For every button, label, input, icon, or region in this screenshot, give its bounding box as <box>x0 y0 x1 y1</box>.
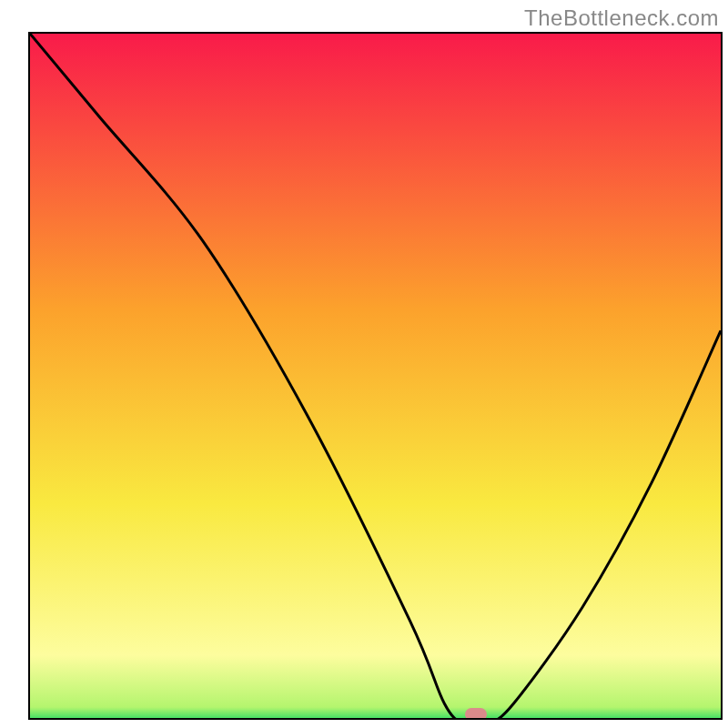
bottleneck-curve <box>30 34 721 720</box>
watermark-text: TheBottleneck.com <box>524 5 719 31</box>
plot-area <box>28 32 723 720</box>
optimal-marker <box>465 708 487 720</box>
chart-container: TheBottleneck.com <box>0 0 728 728</box>
